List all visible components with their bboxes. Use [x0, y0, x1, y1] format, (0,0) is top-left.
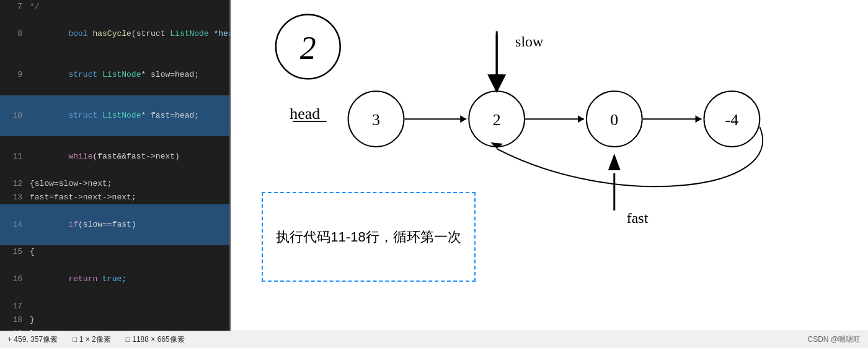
- annotation-box: 执行代码11-18行，循环第一次: [262, 192, 476, 282]
- line-number: 17: [5, 300, 22, 313]
- code-text: */: [30, 0, 40, 14]
- code-text: bool hasCycle(struct ListNode *hea: [30, 14, 229, 54]
- status-position: + 459, 357像素: [7, 334, 58, 345]
- code-text: struct ListNode* fast=head;: [30, 95, 199, 136]
- svg-text:2: 2: [493, 111, 501, 129]
- code-text: fast=fast->next->next;: [30, 191, 136, 204]
- code-text: if(slow==fast): [30, 204, 136, 245]
- diagram-panel: 2 head 3 2 0 -4: [231, 0, 868, 331]
- line-number: 13: [5, 191, 22, 204]
- status-brand: CSDN @嗯嗯旺: [807, 334, 861, 345]
- code-text: {: [30, 245, 35, 259]
- code-line-10: 10 struct ListNode* fast=head;: [0, 95, 229, 136]
- status-bar: + 459, 357像素 □ 1 × 2像素 □ 1188 × 665像素 CS…: [0, 331, 868, 348]
- svg-marker-23: [608, 154, 621, 170]
- code-text: return true;: [30, 259, 126, 300]
- code-line-15: 15 {: [0, 245, 229, 259]
- svg-marker-13: [460, 115, 466, 123]
- svg-text:head: head: [290, 105, 320, 123]
- code-line-13: 13 fast=fast->next->next;: [0, 191, 229, 204]
- code-line-18: 18 }: [0, 313, 229, 327]
- line-number: 15: [5, 245, 22, 259]
- line-number: 8: [5, 27, 22, 41]
- code-text: [30, 300, 35, 313]
- line-number: 16: [5, 272, 22, 286]
- line-number: 10: [5, 109, 22, 123]
- annotation-text: 执行代码11-18行，循环第一次: [276, 227, 461, 247]
- line-number: 9: [5, 68, 22, 82]
- line-number: 11: [5, 150, 22, 163]
- svg-marker-18: [490, 142, 503, 149]
- code-line-11: 11 while(fast&&fast->next): [0, 136, 229, 177]
- code-text: while(fast&&fast->next): [30, 136, 180, 177]
- svg-marker-17: [696, 115, 702, 123]
- line-number: 7: [5, 0, 22, 14]
- code-text: {slow=slow->next;: [30, 177, 112, 191]
- status-canvas: □ 1188 × 665像素: [126, 334, 185, 345]
- svg-text:slow: slow: [515, 33, 544, 50]
- line-number: 12: [5, 177, 22, 191]
- code-line-14: 14 if(slow==fast): [0, 204, 229, 245]
- svg-text:-4: -4: [725, 111, 739, 129]
- code-line-12: 12 {slow=slow->next;: [0, 177, 229, 191]
- code-text: struct ListNode* slow=head;: [30, 54, 199, 95]
- svg-text:2: 2: [300, 30, 316, 66]
- code-panel: 7 */ 8 bool hasCycle(struct ListNode *he…: [0, 0, 229, 331]
- code-line-8: 8 bool hasCycle(struct ListNode *hea: [0, 14, 229, 54]
- code-line-9: 9 struct ListNode* slow=head;: [0, 54, 229, 95]
- code-line-17: 17: [0, 300, 229, 313]
- line-number: 14: [5, 218, 22, 232]
- code-text: }: [30, 313, 35, 327]
- code-line-16: 16 return true;: [0, 259, 229, 300]
- svg-marker-15: [578, 115, 584, 123]
- line-number: 18: [5, 313, 22, 327]
- status-selection: □ 1 × 2像素: [73, 334, 111, 345]
- svg-text:3: 3: [372, 111, 380, 129]
- svg-marker-20: [490, 74, 503, 87]
- svg-text:0: 0: [610, 111, 618, 129]
- svg-text:fast: fast: [627, 210, 649, 226]
- code-line-7: 7 */: [0, 0, 229, 14]
- main-content: 7 */ 8 bool hasCycle(struct ListNode *he…: [0, 0, 868, 331]
